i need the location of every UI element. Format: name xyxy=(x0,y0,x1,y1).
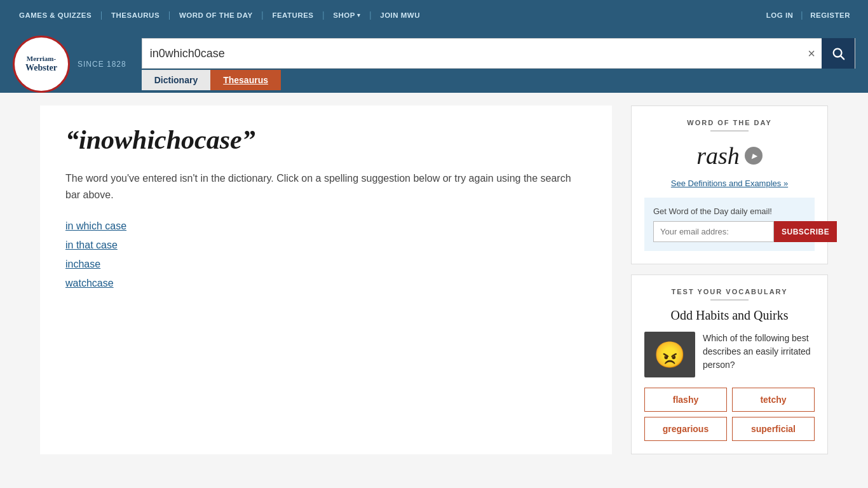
wotd-word: rash xyxy=(644,142,815,170)
nav-divider-1: | xyxy=(100,10,102,20)
nav-links: GAMES & QUIZZES | THESAURUS | WORD OF TH… xyxy=(13,10,761,20)
tab-dictionary[interactable]: Dictionary xyxy=(142,70,210,90)
page-body: “inowhichocase” The word you've entered … xyxy=(27,93,841,467)
header-main: Merriam- Webster SINCE 1828 × Dictionary… xyxy=(0,30,868,93)
subscribe-button[interactable]: SUBSCRIBE xyxy=(774,221,837,242)
wotd-see-definitions-link[interactable]: See Definitions and Examples » xyxy=(671,179,788,188)
nav-games-quizzes[interactable]: GAMES & QUIZZES xyxy=(13,11,98,19)
vocab-options: flashy tetchy gregarious superficial xyxy=(644,388,815,441)
main-content: “inowhichocase” The word you've entered … xyxy=(40,105,612,454)
chevron-down-icon: ▾ xyxy=(357,12,361,18)
logo-merriam: Merriam- xyxy=(27,55,56,63)
vocab-question: Which of the following best describes an… xyxy=(703,332,815,372)
tab-thesaurus[interactable]: Thesaurus xyxy=(210,70,281,90)
since-text: SINCE 1828 xyxy=(78,60,126,69)
search-icon xyxy=(831,46,845,60)
vocab-card: TEST YOUR VOCABULARY Odd Habits and Quir… xyxy=(631,274,828,454)
search-clear-button[interactable]: × xyxy=(801,47,822,60)
vocab-option-flashy[interactable]: flashy xyxy=(644,388,727,412)
suggestion-inchase[interactable]: inchase xyxy=(65,259,587,270)
logo-webster: Webster xyxy=(25,63,57,74)
email-row: SUBSCRIBE xyxy=(653,221,806,242)
nav-word-of-day[interactable]: WORD OF THE DAY xyxy=(173,11,259,19)
nav-thesaurus[interactable]: THESAURUS xyxy=(105,11,166,19)
auth-links: LOG IN | REGISTER xyxy=(761,10,855,20)
wotd-card: WORD OF THE DAY rash See Definitions and… xyxy=(631,105,828,264)
not-found-message: The word you've entered isn't in the dic… xyxy=(65,170,587,203)
email-input[interactable] xyxy=(653,221,774,242)
search-area: × Dictionary Thesaurus xyxy=(142,38,855,90)
suggestion-in-that-case[interactable]: in that case xyxy=(65,240,587,251)
vocab-image: 😠 xyxy=(644,332,695,377)
wotd-divider xyxy=(710,130,749,132)
sidebar: WORD OF THE DAY rash See Definitions and… xyxy=(631,105,828,454)
search-tabs: Dictionary Thesaurus xyxy=(142,70,855,90)
audio-play-button[interactable] xyxy=(745,147,763,165)
logo-area: Merriam- Webster SINCE 1828 xyxy=(13,36,126,93)
nav-features[interactable]: FEATURES xyxy=(266,11,320,19)
svg-line-1 xyxy=(841,56,844,59)
search-submit-button[interactable] xyxy=(822,38,855,69)
wotd-word-text: rash xyxy=(696,142,740,170)
vocab-question-row: 😠 Which of the following best describes … xyxy=(644,332,815,377)
search-bar: × xyxy=(142,38,855,69)
suggestion-watchcase[interactable]: watchcase xyxy=(65,278,587,289)
nav-divider-4: | xyxy=(323,10,325,20)
wotd-email-label: Get Word of the Day daily email! xyxy=(653,207,806,216)
search-input[interactable] xyxy=(142,47,802,60)
vocab-emoji: 😠 xyxy=(654,340,686,370)
vocab-option-gregarious[interactable]: gregarious xyxy=(644,417,727,441)
nav-join-mwu[interactable]: JOIN MWU xyxy=(374,11,426,19)
vocab-option-superficial[interactable]: superficial xyxy=(732,417,815,441)
vocab-option-tetchy[interactable]: tetchy xyxy=(732,388,815,412)
login-link[interactable]: LOG IN xyxy=(761,11,799,19)
nav-shop[interactable]: SHOP ▾ xyxy=(327,11,367,19)
nav-divider-3: | xyxy=(262,10,264,20)
register-link[interactable]: REGISTER xyxy=(805,11,855,19)
vocab-title: Odd Habits and Quirks xyxy=(644,308,815,323)
page-title: “inowhichocase” xyxy=(65,125,587,155)
nav-divider-2: | xyxy=(168,10,170,20)
auth-divider: | xyxy=(801,10,803,20)
nav-divider-5: | xyxy=(369,10,371,20)
vocab-divider xyxy=(710,299,749,301)
suggestion-in-which-case[interactable]: in which case xyxy=(65,220,587,232)
wotd-label: WORD OF THE DAY xyxy=(644,119,815,126)
logo[interactable]: Merriam- Webster xyxy=(13,36,70,93)
top-navigation: GAMES & QUIZZES | THESAURUS | WORD OF TH… xyxy=(0,0,868,30)
wotd-email-section: Get Word of the Day daily email! SUBSCRI… xyxy=(644,198,815,251)
vocab-section-label: TEST YOUR VOCABULARY xyxy=(644,288,815,295)
